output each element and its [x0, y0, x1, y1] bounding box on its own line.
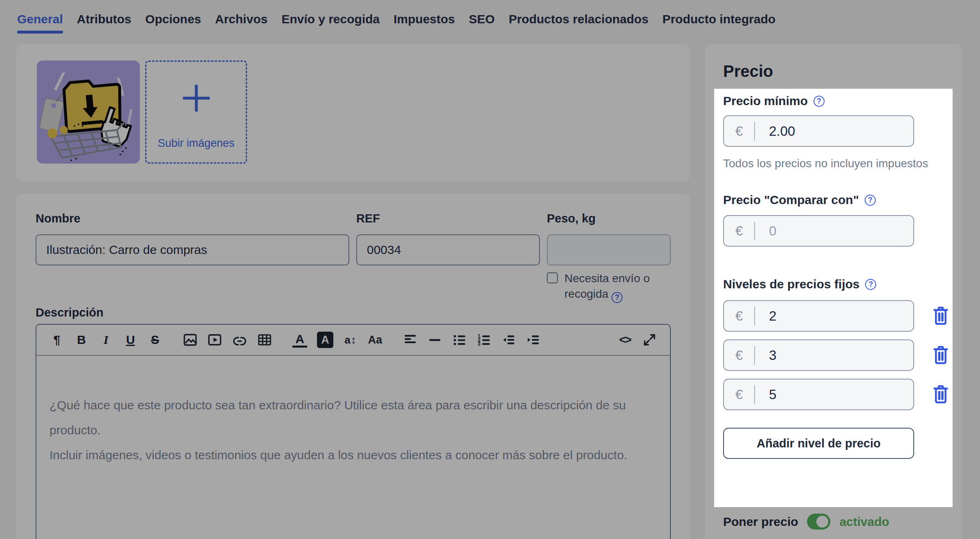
tab-producto-integrado[interactable]: Producto integrado — [662, 12, 775, 34]
shipping-checkbox-label: Necesita envío o recogida ? — [564, 271, 682, 303]
description-editor: ¶ B I U S — [36, 324, 671, 539]
tab-seo[interactable]: SEO — [469, 12, 494, 34]
min-price-help-icon[interactable]: ? — [814, 96, 825, 107]
delete-price-level-icon[interactable] — [931, 384, 950, 405]
bulleted-list-icon[interactable] — [452, 331, 467, 349]
price-panel: Precio Precio mínimo ? € 2.00 Todos los … — [705, 44, 962, 539]
tab-envio-y-recogida[interactable]: Envío y recogida — [281, 12, 380, 34]
price-level-input[interactable]: € 2 — [723, 300, 914, 332]
upload-images-label: Subir imágenes — [158, 137, 235, 150]
add-price-level-button[interactable]: Añadir nivel de precio — [723, 428, 914, 459]
upload-images-dropzone[interactable]: Subir imágenes — [145, 61, 247, 164]
highlight-color-icon[interactable]: A — [317, 332, 333, 348]
price-levels-help-icon[interactable]: ? — [865, 279, 876, 290]
price-panel-title: Precio — [723, 62, 773, 81]
code-view-icon[interactable]: <> — [618, 331, 632, 349]
insert-video-icon[interactable] — [207, 331, 222, 349]
toggle-state-text: activado — [839, 515, 889, 529]
tab-archivos[interactable]: Archivos — [215, 12, 267, 34]
currency-symbol: € — [724, 348, 754, 363]
set-price-toggle-row: Poner precio activado — [723, 514, 889, 530]
numbered-list-icon[interactable]: 1 2 3 — [477, 331, 491, 349]
product-form-card: Nombre REF Peso, kg Necesita envío o rec… — [16, 194, 690, 539]
tax-note: Todos los precios no incluyen impuestos — [723, 157, 928, 170]
paragraph-icon[interactable]: ¶ — [49, 331, 64, 349]
currency-symbol: € — [724, 124, 754, 139]
set-price-toggle[interactable] — [807, 514, 830, 530]
price-levels-label-row: Niveles de precios fijos ? — [723, 277, 876, 291]
weight-input[interactable] — [547, 234, 671, 265]
font-size-icon[interactable]: a↕ — [343, 331, 358, 349]
min-price-input[interactable]: € 2.00 — [723, 115, 914, 147]
tab-productos-relacionados[interactable]: Productos relacionados — [509, 12, 649, 34]
compare-price-input[interactable]: € 0 — [723, 215, 914, 247]
ref-input[interactable] — [356, 234, 540, 265]
price-level-value: 5 — [755, 387, 776, 402]
letter-case-icon[interactable]: Aa — [368, 331, 382, 349]
insert-table-icon[interactable] — [257, 331, 272, 349]
editor-toolbar: ¶ B I U S — [36, 325, 670, 356]
description-textarea[interactable]: ¿Qué hace que este producto sea tan extr… — [36, 356, 670, 539]
underline-icon[interactable]: U — [123, 331, 138, 349]
min-price-label-row: Precio mínimo ? — [723, 94, 825, 108]
align-left-icon[interactable] — [403, 331, 418, 349]
compare-price-value: 0 — [755, 223, 776, 239]
currency-symbol: € — [724, 387, 754, 402]
tab-atributos[interactable]: Atributos — [77, 12, 131, 34]
description-placeholder: ¿Qué hace que este producto sea tan extr… — [49, 393, 655, 467]
shipping-checkbox-row: Necesita envío o recogida ? — [547, 271, 682, 303]
delete-price-level-icon[interactable] — [931, 345, 950, 366]
name-label: Nombre — [36, 212, 81, 225]
product-tabs: General Atributos Opciones Archivos Enví… — [17, 12, 775, 34]
min-price-value: 2.00 — [755, 124, 795, 139]
needs-shipping-checkbox[interactable] — [547, 272, 558, 283]
outdent-icon[interactable] — [501, 331, 516, 349]
italic-icon[interactable]: I — [99, 331, 113, 349]
price-level-input[interactable]: € 3 — [723, 339, 914, 371]
text-color-icon[interactable]: A — [292, 332, 307, 348]
strikethrough-icon[interactable]: S — [148, 331, 162, 349]
price-level-value: 2 — [755, 308, 776, 324]
description-label: Descripción — [36, 306, 103, 319]
compare-price-label-row: Precio "Comparar con" ? — [723, 193, 876, 207]
indent-icon[interactable] — [526, 331, 540, 349]
weight-label: Peso, kg — [547, 212, 596, 225]
insert-link-icon[interactable] — [232, 331, 247, 349]
price-level-value: 3 — [755, 348, 776, 363]
svg-text:3: 3 — [478, 341, 481, 347]
tab-opciones[interactable]: Opciones — [145, 12, 201, 34]
insert-image-icon[interactable] — [183, 331, 198, 349]
tab-general[interactable]: General — [17, 12, 63, 34]
currency-symbol: € — [724, 223, 754, 239]
name-input[interactable] — [36, 234, 349, 265]
toggle-knob — [816, 516, 828, 528]
fullscreen-icon[interactable] — [642, 331, 657, 349]
product-image-thumbnail[interactable] — [37, 61, 140, 164]
shipping-help-icon[interactable]: ? — [611, 292, 623, 303]
product-image — [37, 61, 140, 164]
images-card: Subir imágenes — [16, 44, 690, 181]
compare-price-help-icon[interactable]: ? — [865, 195, 876, 206]
tab-impuestos[interactable]: Impuestos — [393, 12, 455, 34]
ref-label: REF — [356, 212, 380, 225]
set-price-label: Poner precio — [723, 515, 798, 529]
price-level-input[interactable]: € 5 — [723, 379, 914, 410]
plus-icon — [183, 85, 210, 112]
horizontal-rule-icon[interactable] — [427, 331, 442, 349]
bold-icon[interactable]: B — [74, 331, 89, 349]
delete-price-level-icon[interactable] — [931, 306, 950, 326]
currency-symbol: € — [724, 308, 754, 324]
